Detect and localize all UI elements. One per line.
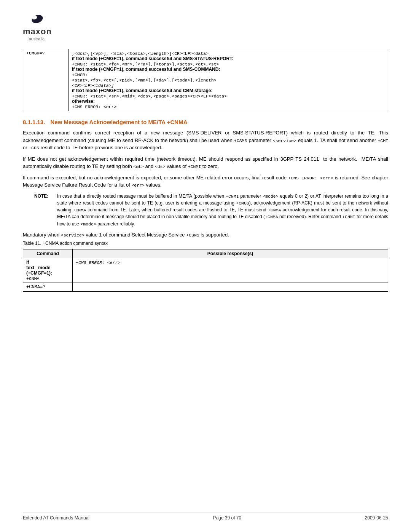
- row2-command: +CNMA=?: [23, 283, 73, 292]
- continuation-table: +CMGR=? ,<dcs>,[<vp>], <sca>,<tosca>,<le…: [23, 49, 388, 111]
- row1-response: +CMS ERROR: <err>: [73, 258, 388, 283]
- line-3: +CMGR: <stat>,<fo>,<mr>,[<ra>],[<tora>],…: [72, 62, 219, 67]
- line-11: +CMS ERROR: <err>: [72, 104, 116, 109]
- line-6: <stat>,<fo>,<ct>[,<pid>,[<mn>],[<da>],[<…: [72, 78, 217, 83]
- top-table-left: +CMGR=?: [23, 49, 69, 111]
- note-block: NOTE: In case that a directly routed mes…: [34, 193, 388, 227]
- footer-right: 2009-06-25: [365, 515, 388, 521]
- paragraph-1: Execution command confirms correct recep…: [23, 129, 388, 152]
- footer-center: Page 39 of 70: [213, 515, 241, 521]
- cnma-cmd: +CNMA: [26, 276, 40, 281]
- section-title: New Message Acknowledgement to ME/TA +CN…: [51, 119, 188, 125]
- logo-sub: australia.: [29, 37, 46, 41]
- col-header-command: Command: [23, 249, 73, 258]
- section-heading: 8.1.1.13. New Message Acknowledgement to…: [23, 119, 388, 125]
- row1-command: If text mode (+CMGF=1): +CNMA: [23, 258, 73, 283]
- section-number: 8.1.1.13.: [23, 119, 45, 125]
- line-10: otherwise:: [72, 99, 95, 104]
- text-mode-label: text mode: [26, 265, 50, 270]
- row1-response-text: +CMS ERROR: <err>: [76, 260, 120, 265]
- line-7: <CR><LF><cdata>]: [72, 83, 114, 88]
- line-1: ,<dcs>,[<vp>], <sca>,<tosca>,<length>]<C…: [72, 51, 209, 56]
- note-label: NOTE:: [34, 193, 53, 227]
- table-row-1: If text mode (+CMGF=1): +CNMA +CMS ERROR…: [23, 258, 388, 283]
- svg-point-0: [30, 13, 44, 24]
- row2-response: [73, 283, 388, 292]
- table-row-2: +CNMA=?: [23, 283, 388, 292]
- mandatory-text: Mandatory when <service> value 1 of comm…: [23, 231, 388, 239]
- paragraph-2: If ME does not get acknowledgement withi…: [23, 155, 388, 170]
- page-footer: Extended AT Commands Manual Page 39 of 7…: [23, 513, 388, 521]
- top-table-right: ,<dcs>,[<vp>], <sca>,<tosca>,<length>]<C…: [69, 49, 388, 111]
- maxon-logo-icon: [28, 11, 47, 27]
- line-2: if text mode (+CMGF=1), command successf…: [72, 56, 233, 61]
- cmgf-label: (+CMGF=1):: [26, 270, 52, 276]
- col-header-response: Possible response(s): [73, 249, 388, 258]
- table-caption: Table 11. +CNMA action command syntax: [23, 241, 388, 246]
- line-4: if text mode (+CMGF=1), command successf…: [72, 67, 220, 72]
- header: maxon australia.: [23, 11, 388, 41]
- note-text: In case that a directly routed message m…: [57, 193, 388, 227]
- line-5: +CMGR:: [72, 72, 88, 77]
- footer-left: Extended AT Commands Manual: [23, 515, 89, 521]
- if-label: If: [26, 260, 29, 265]
- line-9: +CMGR: <stat>,<sn>,<mid>,<dcs>,<page>,<p…: [72, 94, 227, 99]
- logo-text: maxon: [23, 27, 52, 37]
- line-8: if text mode (+CMGF=1), command successf…: [72, 88, 212, 93]
- logo: maxon australia.: [23, 11, 52, 41]
- paragraph-3: If command is executed, but no acknowled…: [23, 174, 388, 189]
- cnma-table: Command Possible response(s) If text mod…: [23, 249, 388, 292]
